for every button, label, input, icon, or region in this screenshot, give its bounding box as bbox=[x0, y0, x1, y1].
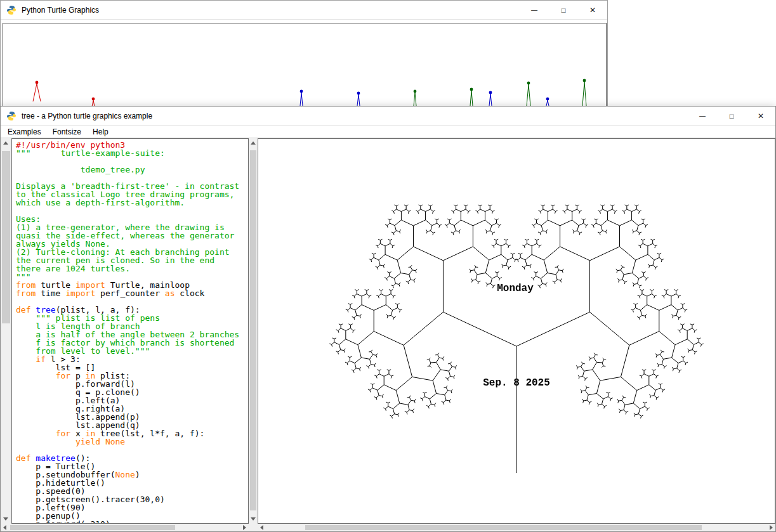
turtle-figure bbox=[33, 81, 41, 101]
front-window-title: tree - a Python turtle graphics example bbox=[22, 112, 152, 120]
menu-fontsize[interactable]: Fontsize bbox=[47, 126, 87, 138]
front-minimize-button[interactable]: — bbox=[688, 107, 717, 125]
turtle-figure bbox=[527, 82, 530, 106]
graphics-pane bbox=[258, 138, 775, 524]
scroll-down-icon[interactable] bbox=[251, 517, 256, 521]
scroll-up-icon[interactable] bbox=[3, 141, 8, 145]
back-titlebar[interactable]: Python Turtle Graphics — □ ✕ bbox=[1, 1, 607, 20]
back-close-button[interactable]: ✕ bbox=[578, 1, 607, 19]
code-vertical-scrollbar[interactable] bbox=[1, 138, 11, 524]
code-hscroll-thumb[interactable] bbox=[10, 525, 175, 530]
python-icon bbox=[6, 111, 16, 121]
code-text: #!/usr/bin/env python3""" turtle-example… bbox=[16, 141, 248, 524]
back-window-title: Python Turtle Graphics bbox=[22, 6, 99, 15]
turtle-canvas[interactable] bbox=[258, 139, 775, 523]
canvas-vscroll-thumb[interactable] bbox=[250, 150, 256, 510]
front-titlebar[interactable]: tree - a Python turtle graphics example … bbox=[1, 107, 775, 126]
scroll-down-icon[interactable] bbox=[3, 517, 8, 521]
window-content: #!/usr/bin/env python3""" turtle-example… bbox=[1, 138, 775, 531]
turtledemo-window: tree - a Python turtle graphics example … bbox=[0, 106, 776, 532]
menu-examples[interactable]: Examples bbox=[2, 126, 47, 138]
scroll-right-icon[interactable] bbox=[770, 525, 773, 530]
turtle-figure bbox=[300, 90, 303, 106]
back-minimize-button[interactable]: — bbox=[520, 1, 549, 19]
turtle-figure bbox=[546, 98, 549, 106]
menu-help[interactable]: Help bbox=[87, 126, 114, 138]
code-pane[interactable]: #!/usr/bin/env python3""" turtle-example… bbox=[11, 138, 249, 524]
turtle-figure bbox=[489, 91, 492, 106]
scroll-up-icon[interactable] bbox=[251, 141, 256, 145]
menubar: Examples Fontsize Help bbox=[1, 126, 775, 138]
mini-figures bbox=[3, 23, 606, 106]
back-maximize-button[interactable]: □ bbox=[549, 1, 578, 19]
python-icon bbox=[6, 5, 16, 15]
turtle-figure bbox=[582, 79, 586, 106]
turtle-figure bbox=[92, 98, 95, 106]
canvas-horizontal-scrollbar[interactable] bbox=[258, 524, 775, 531]
front-maximize-button[interactable]: □ bbox=[717, 107, 746, 125]
code-horizontal-scrollbar[interactable] bbox=[1, 524, 249, 531]
scroll-left-icon[interactable] bbox=[260, 525, 263, 530]
scroll-left-icon[interactable] bbox=[3, 525, 6, 530]
turtle-figure bbox=[470, 88, 473, 106]
turtle-figure bbox=[357, 92, 360, 106]
front-close-button[interactable]: ✕ bbox=[746, 107, 775, 125]
scroll-right-icon[interactable] bbox=[243, 525, 246, 530]
canvas-vertical-scrollbar[interactable] bbox=[249, 138, 258, 524]
code-vscroll-thumb[interactable] bbox=[2, 151, 10, 323]
canvas-hscroll-thumb[interactable] bbox=[305, 525, 702, 530]
turtle-figure bbox=[414, 90, 417, 106]
